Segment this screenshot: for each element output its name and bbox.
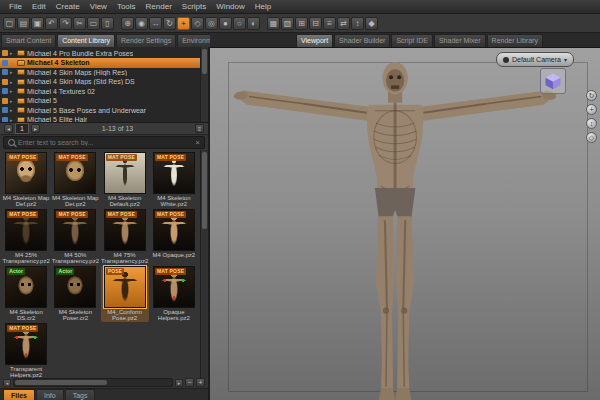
library-view-tab[interactable]: Info — [36, 389, 64, 400]
tree-item[interactable]: ▸ Michael 5 — [0, 96, 208, 106]
viewport-tab[interactable]: Shader Mixer — [434, 34, 486, 47]
frame-camera-icon[interactable]: ◇ — [586, 132, 597, 143]
thumbnail-image[interactable]: MAT POSE — [153, 152, 195, 194]
camera-selector[interactable]: Default Camera ▾ — [496, 52, 574, 67]
thumbnail-image[interactable]: MAT POSE — [54, 209, 96, 251]
expander-icon[interactable]: ▸ — [10, 50, 15, 56]
content-thumbnail[interactable]: MAT POSE M4 Opaque.pz2 — [150, 209, 198, 265]
menu-item[interactable]: Render — [141, 0, 177, 13]
scroll-right-button[interactable]: ▸ — [175, 379, 183, 387]
surface-selection-icon[interactable]: ◎ — [205, 17, 218, 30]
undo-icon[interactable]: ↶ — [45, 17, 58, 30]
thumbnail-image[interactable]: MAT POSE — [104, 152, 146, 194]
menu-item[interactable]: Window — [211, 0, 249, 13]
thumbnail-image[interactable]: Actor — [54, 266, 96, 308]
menu-item[interactable]: Tools — [112, 0, 141, 13]
save-scene-icon[interactable]: ▣ — [31, 17, 44, 30]
thumbnail-image[interactable]: MAT POSE — [104, 209, 146, 251]
paste-icon[interactable]: ▯ — [101, 17, 114, 30]
enlarge-icons-button[interactable]: + — [196, 378, 205, 387]
expander-icon[interactable]: ▸ — [10, 79, 15, 85]
thumbnail-image[interactable]: MAT POSE — [153, 266, 195, 308]
expander-icon[interactable]: ▸ — [10, 88, 15, 94]
prev-page-button[interactable]: ◂ — [4, 124, 13, 133]
thumbnail-image[interactable]: POSE — [104, 266, 146, 308]
tree-scrollbar[interactable] — [200, 47, 208, 122]
selection-tool-icon[interactable]: ◉ — [135, 17, 148, 30]
viewport-tab[interactable]: Render Library — [487, 34, 543, 47]
scene-list-icon[interactable]: ≡ — [323, 17, 336, 30]
viewport-tab[interactable]: Shader Builder — [334, 34, 390, 47]
tree-item[interactable]: ▸ Michael 4 Skin Maps (High Res) — [0, 68, 208, 78]
toolbar-separator[interactable] — [261, 17, 266, 30]
texture-shaded-icon[interactable]: ▧ — [281, 17, 294, 30]
scene-figure[interactable] — [230, 58, 560, 400]
render-icon[interactable]: ○ — [233, 17, 246, 30]
library-view-tab[interactable]: Files — [3, 389, 35, 400]
search-input[interactable]: Enter text to search by... × — [3, 136, 205, 149]
copy-icon[interactable]: ▭ — [87, 17, 100, 30]
view-options-button[interactable]: ≡ — [195, 124, 204, 133]
expander-icon[interactable]: ▸ — [10, 98, 15, 104]
redo-icon[interactable]: ↷ — [59, 17, 72, 30]
thumbnail-image[interactable]: MAT POSE — [153, 209, 195, 251]
shrink-icons-button[interactable]: − — [185, 378, 194, 387]
menu-item[interactable]: Scripts — [177, 0, 211, 13]
menu-item[interactable]: Edit — [27, 0, 51, 13]
view-cube-button[interactable] — [540, 68, 566, 94]
library-view-tab[interactable]: Tags — [65, 389, 96, 400]
pane-tab[interactable]: Render Settings — [116, 34, 176, 47]
content-thumbnail[interactable]: MAT POSE M4 Skeleton Map Def.pz2 — [2, 152, 50, 208]
content-thumbnail[interactable]: MAT POSE M4 Skeleton White.pz2 — [150, 152, 198, 208]
viewport-canvas[interactable]: Default Camera ▾ ↻ — [210, 47, 600, 400]
aim-camera-icon[interactable]: ◐ — [247, 17, 260, 30]
toolbar-separator[interactable] — [115, 17, 120, 30]
content-thumbnail[interactable]: POSE M4_Conform Pose.pz2 — [101, 266, 149, 322]
tree-item[interactable]: ▸ Michael 4 Skeleton — [0, 58, 208, 68]
menu-item[interactable]: Create — [51, 0, 85, 13]
horizontal-scrollbar[interactable] — [13, 378, 173, 387]
thumbnail-image[interactable]: MAT POSE — [5, 209, 47, 251]
tree-item[interactable]: ▸ Michael 4 Pro Bundle Extra Poses — [0, 49, 208, 59]
menu-item[interactable]: View — [85, 0, 112, 13]
content-thumbnail[interactable]: MAT POSE M4 25% Transparency.pz2 — [2, 209, 50, 265]
next-page-button[interactable]: ▸ — [31, 124, 40, 133]
menu-item[interactable]: File — [4, 0, 27, 13]
viewport-tab[interactable]: Viewport — [296, 34, 333, 47]
thumbnail-image[interactable]: MAT POSE — [5, 152, 47, 194]
expander-icon[interactable]: ▸ — [10, 107, 15, 113]
scroll-left-button[interactable]: ◂ — [3, 379, 11, 387]
expander-icon[interactable]: ▸ — [10, 60, 15, 66]
add-node-icon[interactable]: ⊕ — [121, 17, 134, 30]
translate-tool-icon[interactable]: ↔ — [149, 17, 162, 30]
tree-item[interactable]: ▸ Michael 5 Base Poses and Underwear — [0, 106, 208, 116]
cut-icon[interactable]: ✂ — [73, 17, 86, 30]
spot-render-icon[interactable]: ● — [219, 17, 232, 30]
expander-icon[interactable]: ▸ — [10, 117, 15, 123]
tree-item[interactable]: ▸ Michael 5 Elite Hair — [0, 115, 208, 123]
pane-tab[interactable]: Content Library — [57, 34, 115, 47]
dolly-camera-icon[interactable]: ↕ — [586, 118, 597, 129]
orbit-camera-icon[interactable]: ↻ — [586, 90, 597, 101]
primitive-icon[interactable]: ◆ — [365, 17, 378, 30]
pan-camera-icon[interactable]: + — [586, 104, 597, 115]
content-thumbnail[interactable]: Actor M4 Skeleton Poser.cr2 — [51, 266, 99, 322]
tree-item[interactable]: ▸ Michael 4 Skin Maps (Std Res) DS — [0, 77, 208, 87]
content-thumbnail[interactable]: MAT POSE M4 75% Transparency.pz2 — [101, 209, 149, 265]
content-thumbnail[interactable]: MAT POSE Transparent Helpers.pz2 — [2, 323, 50, 379]
grid-toggle-icon[interactable]: ▦ — [267, 17, 280, 30]
new-scene-icon[interactable]: ▢ — [3, 17, 16, 30]
content-thumbnail[interactable]: MAT POSE M4 Skeleton Default.pz2 — [101, 152, 149, 208]
tree-item[interactable]: ▸ Michael 4 Textures 02 — [0, 87, 208, 97]
content-thumbnail[interactable]: Actor M4 Skeleton DS.cr2 — [2, 266, 50, 322]
swap-view-icon[interactable]: ⇄ — [337, 17, 350, 30]
viewport-tab[interactable]: Script IDE — [391, 34, 433, 47]
node-selection-tool-icon[interactable]: + — [177, 17, 190, 30]
pane-tab[interactable]: Smart Content — [1, 34, 56, 47]
clear-search-icon[interactable]: × — [195, 138, 200, 147]
add-light-icon[interactable]: ⊞ — [295, 17, 308, 30]
frame-item-icon[interactable]: ↕ — [351, 17, 364, 30]
thumbnail-image[interactable]: MAT POSE — [5, 323, 47, 365]
content-thumbnail[interactable]: MAT POSE M4 50% Transparency.pz2 — [51, 209, 99, 265]
expander-icon[interactable]: ▸ — [10, 69, 15, 75]
